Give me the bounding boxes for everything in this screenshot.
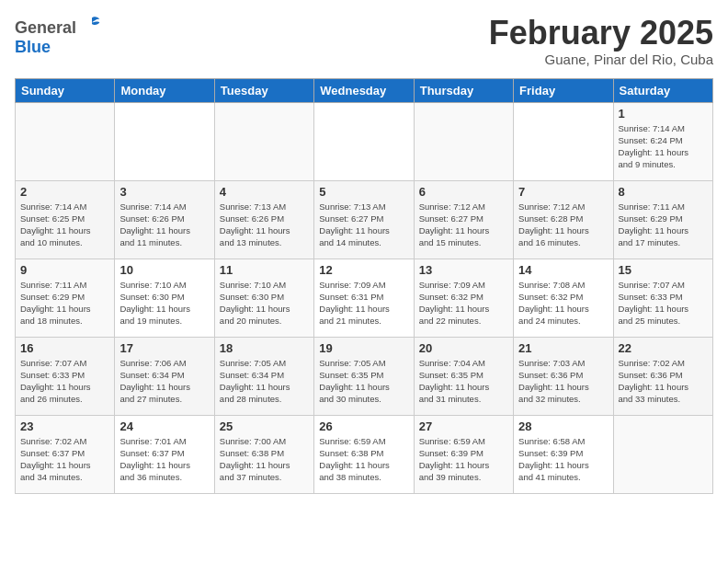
day-cell-2-1: 10Sunrise: 7:10 AM Sunset: 6:30 PM Dayli… <box>115 259 214 337</box>
days-header-row: Sunday Monday Tuesday Wednesday Thursday… <box>16 78 713 102</box>
day-info: Sunrise: 7:05 AM Sunset: 6:34 PM Dayligh… <box>220 357 309 406</box>
day-number: 18 <box>220 341 309 355</box>
day-number: 26 <box>319 419 408 433</box>
day-info: Sunrise: 7:09 AM Sunset: 6:31 PM Dayligh… <box>319 279 408 327</box>
day-cell-3-4: 20Sunrise: 7:04 AM Sunset: 6:35 PM Dayli… <box>414 337 513 415</box>
day-cell-2-3: 12Sunrise: 7:09 AM Sunset: 6:31 PM Dayli… <box>314 259 414 337</box>
day-cell-0-2 <box>214 102 313 180</box>
day-info: Sunrise: 7:03 AM Sunset: 6:36 PM Dayligh… <box>518 357 608 406</box>
day-number: 6 <box>419 185 508 199</box>
day-number: 17 <box>119 341 209 355</box>
day-number: 3 <box>119 185 209 199</box>
logo-text: General Blue <box>15 15 101 57</box>
day-number: 13 <box>419 263 508 277</box>
day-info: Sunrise: 7:14 AM Sunset: 6:24 PM Dayligh… <box>619 122 708 171</box>
day-info: Sunrise: 7:13 AM Sunset: 6:26 PM Dayligh… <box>220 201 309 249</box>
day-number: 5 <box>319 185 408 199</box>
day-info: Sunrise: 7:14 AM Sunset: 6:26 PM Dayligh… <box>119 201 209 249</box>
day-info: Sunrise: 7:05 AM Sunset: 6:35 PM Dayligh… <box>319 357 408 406</box>
day-info: Sunrise: 7:01 AM Sunset: 6:37 PM Dayligh… <box>119 435 209 484</box>
day-cell-1-2: 4Sunrise: 7:13 AM Sunset: 6:26 PM Daylig… <box>214 180 313 259</box>
week-row-1: 1Sunrise: 7:14 AM Sunset: 6:24 PM Daylig… <box>16 102 713 180</box>
day-cell-3-0: 16Sunrise: 7:07 AM Sunset: 6:33 PM Dayli… <box>16 337 115 415</box>
day-cell-0-0 <box>16 102 115 180</box>
logo-bird-icon <box>83 15 101 33</box>
day-info: Sunrise: 7:11 AM Sunset: 6:29 PM Dayligh… <box>20 279 109 327</box>
day-cell-4-4: 27Sunrise: 6:59 AM Sunset: 6:39 PM Dayli… <box>414 415 513 493</box>
header-friday: Friday <box>514 78 613 102</box>
day-number: 16 <box>20 341 109 355</box>
logo: General Blue <box>15 15 101 57</box>
day-info: Sunrise: 7:12 AM Sunset: 6:28 PM Dayligh… <box>518 201 608 249</box>
header-thursday: Thursday <box>414 78 513 102</box>
logo-blue: Blue <box>15 38 51 56</box>
day-info: Sunrise: 7:12 AM Sunset: 6:27 PM Dayligh… <box>419 201 508 249</box>
day-cell-2-2: 11Sunrise: 7:10 AM Sunset: 6:30 PM Dayli… <box>214 259 313 337</box>
day-number: 24 <box>119 419 209 433</box>
day-number: 21 <box>518 341 608 355</box>
day-cell-2-6: 15Sunrise: 7:07 AM Sunset: 6:33 PM Dayli… <box>613 259 712 337</box>
day-info: Sunrise: 6:59 AM Sunset: 6:38 PM Dayligh… <box>319 435 408 484</box>
day-info: Sunrise: 7:07 AM Sunset: 6:33 PM Dayligh… <box>20 357 109 406</box>
day-cell-4-1: 24Sunrise: 7:01 AM Sunset: 6:37 PM Dayli… <box>115 415 214 493</box>
calendar-title: February 2025 <box>489 15 713 52</box>
day-number: 1 <box>619 107 708 121</box>
day-cell-1-6: 8Sunrise: 7:11 AM Sunset: 6:29 PM Daylig… <box>613 180 712 259</box>
day-cell-0-3 <box>314 102 414 180</box>
day-number: 9 <box>20 263 109 277</box>
calendar-subtitle: Guane, Pinar del Rio, Cuba <box>489 52 713 67</box>
day-number: 23 <box>20 419 109 433</box>
day-cell-3-5: 21Sunrise: 7:03 AM Sunset: 6:36 PM Dayli… <box>514 337 613 415</box>
day-number: 4 <box>220 185 309 199</box>
day-info: Sunrise: 7:10 AM Sunset: 6:30 PM Dayligh… <box>220 279 309 327</box>
header-sunday: Sunday <box>16 78 115 102</box>
title-block: February 2025 Guane, Pinar del Rio, Cuba <box>489 15 713 67</box>
calendar-table: Sunday Monday Tuesday Wednesday Thursday… <box>15 78 713 494</box>
day-cell-2-5: 14Sunrise: 7:08 AM Sunset: 6:32 PM Dayli… <box>514 259 613 337</box>
day-info: Sunrise: 7:06 AM Sunset: 6:34 PM Dayligh… <box>119 357 209 406</box>
header-wednesday: Wednesday <box>314 78 414 102</box>
day-cell-1-1: 3Sunrise: 7:14 AM Sunset: 6:26 PM Daylig… <box>115 180 214 259</box>
day-cell-0-1 <box>115 102 214 180</box>
day-number: 28 <box>518 419 608 433</box>
day-cell-3-6: 22Sunrise: 7:02 AM Sunset: 6:36 PM Dayli… <box>613 337 712 415</box>
day-info: Sunrise: 7:07 AM Sunset: 6:33 PM Dayligh… <box>619 279 708 327</box>
day-info: Sunrise: 7:04 AM Sunset: 6:35 PM Dayligh… <box>419 357 508 406</box>
day-cell-4-0: 23Sunrise: 7:02 AM Sunset: 6:37 PM Dayli… <box>16 415 115 493</box>
day-number: 11 <box>220 263 309 277</box>
day-cell-2-4: 13Sunrise: 7:09 AM Sunset: 6:32 PM Dayli… <box>414 259 513 337</box>
day-cell-0-6: 1Sunrise: 7:14 AM Sunset: 6:24 PM Daylig… <box>613 102 712 180</box>
day-number: 22 <box>619 341 708 355</box>
day-info: Sunrise: 7:13 AM Sunset: 6:27 PM Dayligh… <box>319 201 408 249</box>
day-info: Sunrise: 7:11 AM Sunset: 6:29 PM Dayligh… <box>619 201 708 249</box>
day-number: 12 <box>319 263 408 277</box>
day-info: Sunrise: 7:08 AM Sunset: 6:32 PM Dayligh… <box>518 279 608 327</box>
day-cell-4-5: 28Sunrise: 6:58 AM Sunset: 6:39 PM Dayli… <box>514 415 613 493</box>
day-cell-3-3: 19Sunrise: 7:05 AM Sunset: 6:35 PM Dayli… <box>314 337 414 415</box>
day-cell-1-4: 6Sunrise: 7:12 AM Sunset: 6:27 PM Daylig… <box>414 180 513 259</box>
week-row-4: 16Sunrise: 7:07 AM Sunset: 6:33 PM Dayli… <box>16 337 713 415</box>
day-number: 15 <box>619 263 708 277</box>
header-saturday: Saturday <box>613 78 712 102</box>
day-info: Sunrise: 7:09 AM Sunset: 6:32 PM Dayligh… <box>419 279 508 327</box>
day-info: Sunrise: 6:59 AM Sunset: 6:39 PM Dayligh… <box>419 435 508 484</box>
day-number: 8 <box>619 185 708 199</box>
day-number: 20 <box>419 341 508 355</box>
page-header: General Blue February 2025 Guane, Pinar … <box>15 15 713 67</box>
day-number: 14 <box>518 263 608 277</box>
day-number: 7 <box>518 185 608 199</box>
day-number: 27 <box>419 419 508 433</box>
header-monday: Monday <box>115 78 214 102</box>
day-cell-4-6 <box>613 415 712 493</box>
day-number: 25 <box>220 419 309 433</box>
week-row-3: 9Sunrise: 7:11 AM Sunset: 6:29 PM Daylig… <box>16 259 713 337</box>
day-number: 2 <box>20 185 109 199</box>
day-info: Sunrise: 6:58 AM Sunset: 6:39 PM Dayligh… <box>518 435 608 484</box>
day-cell-1-3: 5Sunrise: 7:13 AM Sunset: 6:27 PM Daylig… <box>314 180 414 259</box>
day-cell-2-0: 9Sunrise: 7:11 AM Sunset: 6:29 PM Daylig… <box>16 259 115 337</box>
day-cell-0-5 <box>514 102 613 180</box>
day-cell-1-0: 2Sunrise: 7:14 AM Sunset: 6:25 PM Daylig… <box>16 180 115 259</box>
week-row-2: 2Sunrise: 7:14 AM Sunset: 6:25 PM Daylig… <box>16 180 713 259</box>
day-info: Sunrise: 7:10 AM Sunset: 6:30 PM Dayligh… <box>119 279 209 327</box>
day-cell-3-2: 18Sunrise: 7:05 AM Sunset: 6:34 PM Dayli… <box>214 337 313 415</box>
